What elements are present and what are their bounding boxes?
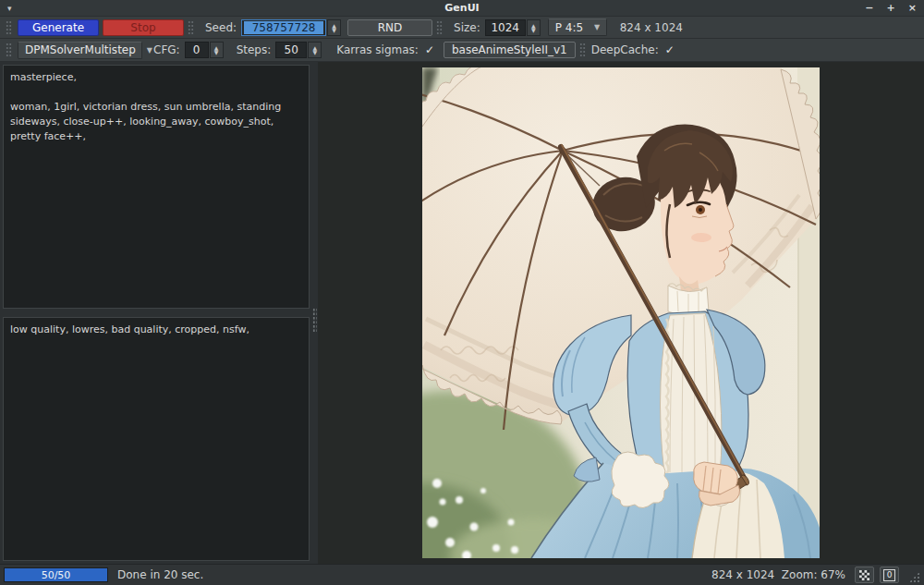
chevron-down-icon: ▼ [583,23,600,31]
prompt-pane: masterpiece, woman, 1girl, victorian dre… [0,62,311,564]
sampler-select[interactable]: DPMSolverMultistep ▼ [18,42,142,59]
chevron-down-icon: ▼ [136,46,152,55]
size-label: Size: [454,21,480,34]
aspect-ratio-value: P 4:5 [555,21,583,34]
deepcache-label: DeepCache: [591,43,659,56]
progress-text: 50/50 [42,569,71,581]
seed-value: 758757728 [244,21,323,34]
status-message: Done in 20 sec. [117,568,203,581]
vertical-splitter[interactable] [311,62,318,564]
random-seed-button[interactable]: RND [347,19,432,36]
karras-label: Karras sigmas: [336,43,419,56]
karras-checkbox[interactable]: ✓ [425,43,434,56]
checkerboard-background-button[interactable] [855,567,874,583]
seed-input[interactable]: 758757728 [241,19,326,36]
steps-stepper[interactable]: ▲ ▼ [308,42,322,58]
aspect-ratio-select[interactable]: P 4:5 ▼ [548,18,607,36]
title-bar[interactable]: ▾ GenUI − + × [0,0,924,17]
close-button[interactable]: × [908,3,917,13]
main-area: masterpiece, woman, 1girl, victorian dre… [0,62,924,564]
toolbar-drag-handle[interactable] [6,20,12,35]
zoom-reset-button[interactable]: 0 [880,567,899,583]
toolbar-drag-handle[interactable] [436,20,443,35]
seed-stepper[interactable]: ▲ ▼ [327,19,341,36]
image-zoom-readout: 824 x 1024 Zoom: 67% [711,568,845,581]
minimize-button[interactable]: − [865,3,873,13]
app-window: ▾ GenUI − + × Generate Stop Seed: 758757… [0,0,924,585]
seed-label: Seed: [205,21,237,34]
horizontal-splitter[interactable] [3,309,310,317]
cfg-stepper[interactable]: ▲ ▼ [210,42,224,58]
positive-prompt-input[interactable]: masterpiece, woman, 1girl, victorian dre… [3,65,310,309]
sampler-value: DPMSolverMultistep [25,43,136,56]
splitter-handle[interactable] [312,308,317,332]
window-title: GenUI [0,2,924,14]
stop-button[interactable]: Stop [103,19,184,36]
toolbar-generate: Generate Stop Seed: 758757728 ▲ ▼ RND Si… [0,17,924,39]
spinner-down-icon[interactable]: ▼ [531,28,536,32]
spinner-down-icon[interactable]: ▼ [332,28,336,32]
cfg-label: CFG: [153,43,180,56]
app-menu-icon[interactable]: ▾ [7,4,12,13]
image-viewer[interactable] [318,62,924,564]
status-bar: 50/50 Done in 20 sec. 824 x 1024 Zoom: 6… [0,564,924,585]
generate-button[interactable]: Generate [18,19,99,36]
spinner-down-icon[interactable]: ▼ [214,50,219,55]
resolution-readout: 824 x 1024 [620,21,683,34]
toolbar-params: DPMSolverMultistep ▼ CFG: 0 ▲ ▼ Steps: 5… [0,39,924,62]
toolbar-drag-handle[interactable] [6,43,12,57]
maximize-button[interactable]: + [887,3,895,13]
progress-bar: 50/50 [4,567,108,582]
resize-grip[interactable] [908,571,920,583]
spinner-down-icon[interactable]: ▼ [312,50,317,55]
steps-label: Steps: [237,43,272,56]
deepcache-checkbox[interactable]: ✓ [665,43,675,56]
zoom-reset-icon: 0 [883,569,896,581]
steps-input[interactable]: 50 [275,42,307,58]
cfg-input[interactable]: 0 [185,42,209,58]
toolbar-drag-handle[interactable] [188,20,194,35]
negative-prompt-input[interactable]: low quality, lowres, bad quality, croppe… [3,317,310,561]
generated-image[interactable] [422,67,820,558]
checkerboard-icon [859,570,869,580]
model-button[interactable]: baseAnimeStyleII_v1 [444,42,576,58]
size-stepper[interactable]: ▲ ▼ [527,19,541,36]
toolbar-drag-handle[interactable] [579,43,586,57]
size-input[interactable]: 1024 [485,19,526,36]
